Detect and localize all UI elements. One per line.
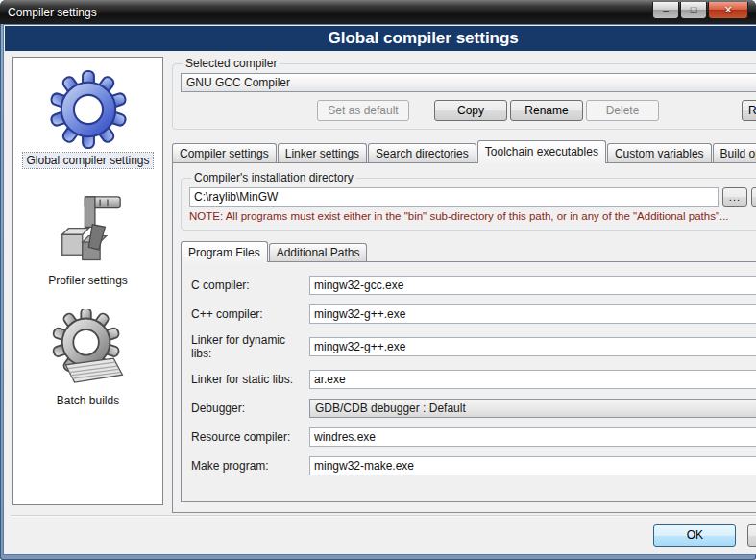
reset-defaults-button[interactable]: Reset defaults: [742, 100, 756, 121]
tab-custom-variables[interactable]: Custom variables: [607, 143, 712, 162]
tab-build-options[interactable]: Build options: [713, 143, 756, 162]
programs-notebook: Program FilesAdditional Paths C compiler…: [181, 240, 756, 502]
linker-for-static-libs-input[interactable]: [309, 370, 756, 389]
copy-button[interactable]: Copy: [434, 100, 507, 121]
browse-path-button[interactable]: ...: [722, 187, 747, 207]
compiler-select-value: GNU GCC Compiler: [186, 76, 290, 89]
titlebar[interactable]: Compiler settings –□✕: [0, 0, 756, 24]
close-icon: ✕: [723, 5, 732, 15]
field-row-make-program: Make program:...: [191, 456, 756, 475]
installation-directory-legend: Compiler's installation directory: [191, 171, 356, 184]
minimize-icon: –: [663, 5, 669, 15]
program-files-page: C compiler:...C++ compiler:...Linker for…: [181, 261, 756, 502]
auto-detect-button[interactable]: Auto-detect: [751, 187, 756, 207]
field-row-c-compiler: C compiler:...: [191, 276, 756, 295]
make-program-label: Make program:: [191, 459, 305, 473]
linker-for-static-libs-label: Linker for static libs:: [191, 373, 305, 386]
subtab-additional-paths[interactable]: Additional Paths: [269, 243, 368, 261]
resource-compiler-input[interactable]: [309, 427, 756, 447]
window-controls: –□✕: [652, 2, 748, 19]
toolchain-executables-page: Compiler's installation directory ... Au…: [172, 162, 756, 513]
selected-compiler-legend: Selected compiler: [183, 57, 280, 70]
settings-tabstrip: Compiler settingsLinker settingsSearch d…: [172, 139, 756, 162]
rename-button[interactable]: Rename: [510, 100, 583, 121]
subtab-program-files[interactable]: Program Files: [181, 241, 268, 262]
bin-subdirectory-note: NOTE: All programs must exist either in …: [189, 210, 756, 222]
window-title: Compiler settings: [8, 6, 97, 19]
installation-path-row: ... Auto-detect: [189, 187, 756, 207]
maximize-button[interactable]: □: [680, 2, 707, 19]
sidebar-item-label: Profiler settings: [45, 273, 131, 288]
compiler-settings-dialog: Compiler settings –□✕ Global compiler se…: [0, 0, 756, 560]
c-compiler-input[interactable]: [309, 304, 756, 324]
programs-subtabs: Program FilesAdditional Paths: [181, 240, 756, 261]
installation-directory-group: Compiler's installation directory ... Au…: [181, 171, 756, 231]
resource-compiler-label: Resource compiler:: [191, 430, 305, 444]
field-row-c-compiler: C++ compiler:...: [191, 304, 756, 324]
tab-search-directories[interactable]: Search directories: [368, 143, 476, 162]
tab-compiler-settings[interactable]: Compiler settings: [172, 143, 277, 162]
c-compiler-label: C compiler:: [191, 279, 305, 292]
sidebar-item-batch-builds[interactable]: Batch builds: [48, 309, 129, 408]
installation-path-input[interactable]: [189, 187, 719, 207]
minimize-button[interactable]: –: [652, 2, 679, 19]
footer: OK Cancel: [4, 516, 756, 554]
field-row-linker-for-static-libs: Linker for static libs:...: [191, 370, 756, 389]
compiler-select[interactable]: GNU GCC Compiler ▼: [181, 73, 756, 92]
sidebar-item-profiler-settings[interactable]: Profiler settings: [45, 189, 131, 288]
set-as-default-button: Set as default: [317, 100, 409, 121]
window-frame: Global compiler settings Global compiler…: [0, 24, 756, 560]
ok-button[interactable]: OK: [653, 524, 736, 547]
tab-linker-settings[interactable]: Linker settings: [278, 143, 367, 162]
tab-toolchain-executables[interactable]: Toolchain executables: [477, 140, 606, 163]
linker-for-dynamic-libs-label: Linker for dynamic libs:: [191, 333, 305, 360]
close-button[interactable]: ✕: [708, 2, 748, 19]
c-compiler-input[interactable]: [309, 276, 756, 295]
compiler-buttons-row: Set as defaultCopyRenameDeleteReset defa…: [181, 100, 756, 121]
field-row-linker-for-dynamic-libs: Linker for dynamic libs:...: [191, 333, 756, 360]
sidebar-item-label: Global compiler settings: [23, 153, 152, 168]
settings-category-list: Global compiler settings Profiler settin…: [12, 57, 163, 505]
maximize-icon: □: [691, 5, 697, 15]
gear-stack-icon: [48, 309, 129, 390]
selected-compiler-group: Selected compiler GNU GCC Compiler ▼ Set…: [172, 57, 756, 130]
field-row-debugger: Debugger:GDB/CDB debugger : Default▼: [191, 399, 756, 418]
field-row-resource-compiler: Resource compiler:...: [191, 427, 756, 447]
sidebar-item-global-compiler-settings[interactable]: Global compiler settings: [23, 69, 152, 168]
make-program-input[interactable]: [309, 456, 756, 475]
delete-button: Delete: [586, 100, 659, 121]
dialog-content: Global compiler settings Profiler settin…: [4, 51, 756, 513]
blue-gear-icon: [48, 69, 129, 150]
c-compiler-label: C++ compiler:: [191, 307, 305, 321]
caliper-icon: [47, 189, 128, 270]
cancel-button[interactable]: Cancel: [747, 524, 756, 547]
sidebar-item-label: Batch builds: [54, 393, 122, 408]
linker-for-dynamic-libs-input[interactable]: [309, 337, 756, 356]
debugger-select-value: GDB/CDB debugger : Default: [315, 402, 466, 415]
main-panel: Selected compiler GNU GCC Compiler ▼ Set…: [172, 57, 756, 513]
page-title: Global compiler settings: [5, 26, 756, 51]
debugger-label: Debugger:: [191, 402, 305, 415]
dialog-client-area: Global compiler settings Global compiler…: [3, 24, 756, 555]
debugger-select[interactable]: GDB/CDB debugger : Default▼: [309, 399, 756, 418]
